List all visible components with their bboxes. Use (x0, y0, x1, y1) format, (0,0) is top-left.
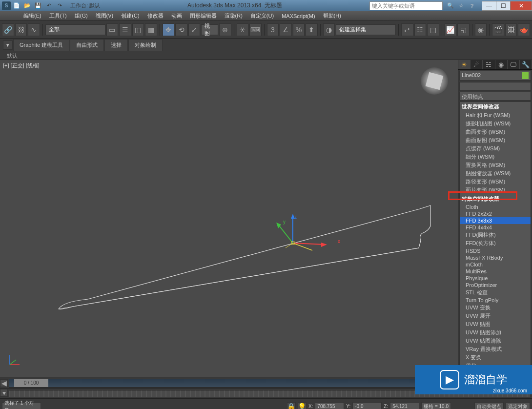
mod-item[interactable]: 点缓存 (WSM) (460, 144, 531, 153)
mod-item[interactable]: FFD 4x4x4 (460, 224, 531, 231)
workspace-label[interactable]: 工作台: 默认 (70, 2, 100, 9)
menu-maxscript[interactable]: MAXScript(M) (278, 12, 319, 20)
pivot-icon[interactable]: ⊕ (219, 23, 231, 36)
unlink-icon[interactable]: ⛓ (15, 23, 27, 36)
ribbon-freeform[interactable]: 自由形式 (70, 39, 104, 51)
keyboard-icon[interactable]: ⌨ (249, 23, 262, 36)
mod-item[interactable]: FFD(长方体) (460, 239, 531, 247)
align-icon[interactable]: ☷ (414, 23, 427, 36)
ribbon-subtab[interactable]: 默认 (0, 52, 532, 60)
mod-item[interactable]: HSDS (460, 247, 531, 254)
menu-graph[interactable]: 图形编辑器 (186, 11, 221, 20)
select-scale-icon[interactable]: ⤢ (188, 23, 201, 36)
coord-y[interactable]: -0.0 (352, 402, 382, 409)
ribbon-selection[interactable]: 选择 (104, 39, 128, 51)
ribbon-collapse[interactable]: ▾ (3, 41, 13, 50)
isolate-icon[interactable]: 💡 (298, 402, 307, 409)
mod-item[interactable]: FFD(圆柱体) (460, 231, 531, 239)
mod-item[interactable]: X 变换 (460, 353, 531, 362)
selected-filter[interactable]: 选定对象 (506, 402, 530, 409)
search-input[interactable] (369, 1, 443, 10)
object-color-swatch[interactable] (522, 72, 529, 79)
mod-item[interactable]: STL 检查 (460, 288, 531, 297)
close-button[interactable]: ✕ (510, 1, 532, 11)
render-icon[interactable]: 🫖 (518, 23, 530, 36)
select-rotate-icon[interactable]: ⟲ (175, 23, 187, 36)
mod-item[interactable]: VRay 置换模式 (460, 345, 531, 353)
select-object-icon[interactable]: ▭ (106, 23, 119, 36)
use-pivot-button[interactable]: 使用轴点 (459, 92, 531, 101)
percent-snap-icon[interactable]: % (293, 23, 305, 36)
viewport[interactable]: [+] [正交] [线框] z x y (0, 60, 458, 377)
mod-item[interactable]: ProOptimizer (460, 282, 531, 288)
mod-item[interactable]: MultiRes (460, 268, 531, 275)
mirror-icon[interactable]: ⇄ (401, 23, 413, 36)
coord-x[interactable]: 708.755 (315, 402, 344, 409)
angle-snap-icon[interactable]: ∠ (280, 23, 292, 36)
display-tab-icon[interactable]: 🖵 (508, 60, 520, 69)
object-name-field[interactable]: Line002 (459, 71, 531, 81)
select-link-icon[interactable]: 🔗 (2, 23, 14, 36)
material-editor-icon[interactable]: ◉ (475, 23, 487, 36)
menu-tools[interactable]: 工具(T) (45, 11, 71, 20)
utilities-tab-icon[interactable]: 🔧 (520, 60, 532, 69)
mod-item[interactable]: 曲面贴图 (WSM) (460, 136, 531, 144)
mod-item[interactable]: 细分 (WSM) (460, 153, 531, 161)
minimize-button[interactable]: — (482, 1, 496, 11)
ribbon-graphite[interactable]: Graphite 建模工具 (13, 39, 69, 51)
save-icon[interactable]: 💾 (33, 1, 43, 11)
render-setup-icon[interactable]: 🎬 (492, 23, 504, 36)
app-icon[interactable]: S (2, 1, 11, 10)
menu-help[interactable]: 帮助(H) (319, 11, 345, 20)
menu-modifiers[interactable]: 修改器 (143, 11, 167, 20)
mod-item[interactable]: 曲面变形 (WSM) (460, 128, 531, 136)
help-icon[interactable]: ? (468, 1, 476, 10)
auto-key-button[interactable]: 自动关键点 (474, 402, 504, 409)
mod-item[interactable]: Hair 和 Fur (WSM) (460, 111, 531, 120)
modifier-list-dropdown[interactable] (459, 82, 531, 91)
snap-toggle-icon[interactable]: 3 (267, 23, 279, 36)
mod-item[interactable]: 路径变形 (WSM) (460, 178, 531, 186)
mod-item[interactable]: 贴图缩放器 (WSM) (460, 169, 531, 178)
mod-item[interactable]: 摄影机贴图 (WSM) (460, 120, 531, 128)
menu-render[interactable]: 渲染(R) (221, 11, 246, 20)
spinner-snap-icon[interactable]: ⬍ (306, 23, 318, 36)
select-name-icon[interactable]: ☰ (119, 23, 131, 36)
motion-tab-icon[interactable]: ◉ (495, 60, 508, 69)
manipulate-icon[interactable]: ⚹ (237, 23, 249, 36)
menu-edit[interactable]: 编辑(E) (20, 11, 45, 20)
ribbon-paint[interactable]: 对象绘制 (128, 39, 163, 51)
select-move-icon[interactable]: ✥ (163, 23, 175, 36)
mod-item[interactable]: UVW 贴图清除 (460, 337, 531, 345)
mod-item-ffd3x3x3[interactable]: FFD 3x3x3 (460, 217, 531, 224)
named-selset[interactable]: 创建选择集 (336, 24, 396, 35)
mod-item[interactable]: UVW 贴图 (460, 320, 531, 328)
maximize-button[interactable]: ☐ (496, 1, 511, 11)
modifier-list[interactable]: 世界空间修改器 Hair 和 Fur (WSM) 摄影机贴图 (WSM) 曲面变… (459, 102, 531, 376)
timeline-prev-icon[interactable]: ◀ (0, 379, 8, 387)
curve-editor-icon[interactable]: 📈 (445, 23, 457, 36)
select-region-icon[interactable]: ◫ (132, 23, 144, 36)
menu-create[interactable]: 创建(C) (117, 11, 143, 20)
mod-item[interactable]: Physique (460, 275, 531, 282)
redo-icon[interactable]: ↷ (55, 1, 64, 11)
new-icon[interactable]: 📄 (12, 1, 21, 11)
search-icon[interactable]: 🔍 (446, 1, 455, 10)
mod-item[interactable]: FFD 2x2x2 (460, 210, 531, 217)
mod-item[interactable]: 置换网格 (WSM) (460, 161, 531, 169)
schematic-icon[interactable]: ◱ (457, 23, 470, 36)
mod-item[interactable]: UVW 变换 (460, 304, 531, 312)
open-icon[interactable]: 📂 (22, 1, 32, 11)
lock-icon[interactable]: 🔒 (287, 402, 296, 409)
mod-item[interactable]: 面片变形 (WSM) (460, 186, 531, 194)
mod-item[interactable]: mCloth (460, 261, 531, 268)
hierarchy-tab-icon[interactable]: ☵ (483, 60, 495, 69)
track-expand-icon[interactable]: ▾ (0, 389, 8, 397)
bind-icon[interactable]: ∿ (28, 23, 40, 36)
time-slider[interactable]: 0 / 100 (14, 379, 48, 387)
menu-views[interactable]: 视图(V) (92, 11, 118, 20)
mod-item[interactable]: UVW 展开 (460, 312, 531, 320)
layer-icon[interactable]: ▤ (427, 23, 439, 36)
selection-filter[interactable]: 全部 (45, 24, 105, 35)
undo-icon[interactable]: ↶ (44, 1, 54, 11)
